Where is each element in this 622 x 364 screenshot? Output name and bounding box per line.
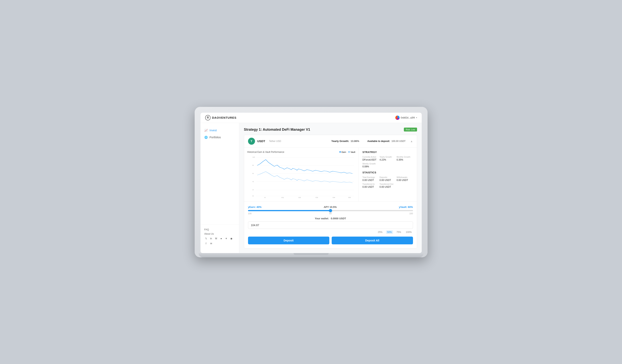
sidebar-nav: 📈 Invest 🌐 Portfolios — [200, 127, 239, 224]
telegram-icon[interactable]: ✈ — [225, 237, 228, 240]
strategy-title: Strategy 1: Automated DeFi Manager V1 — [244, 127, 310, 132]
twitter-icon[interactable]: 𝕏 — [204, 237, 208, 240]
performance-chart: 10 8 6 4 2 0 — [247, 156, 355, 198]
token-available: Available to deposit: 100.00 USDT — [367, 140, 406, 143]
sidebar-item-invest[interactable]: 📈 Invest — [200, 127, 239, 134]
sidebar-item-portfolios[interactable]: 🌐 Portfolios — [200, 134, 239, 141]
svg-text:0: 0 — [252, 195, 254, 197]
svg-text:2: 2 — [252, 189, 254, 190]
chevron-down-icon: ▾ — [416, 117, 417, 119]
slider-thumb[interactable] — [329, 209, 332, 212]
yearly-growth-value: 13.86% — [351, 140, 359, 143]
sidebar: 📈 Invest 🌐 Portfolios FAQ About Us 𝕏 in … — [200, 123, 239, 253]
available-value: 100.00 USDT — [391, 140, 406, 143]
wallet-icon — [395, 116, 400, 120]
email-icon[interactable]: ✉ — [209, 242, 213, 245]
allocation-row: yEarn: 40% APY 10.5% yVault: 60% — [248, 206, 413, 208]
chart-title: Historical Earn & Vault Performance — [247, 151, 284, 153]
stat-monthly-label: Monthly Growth: — [397, 156, 413, 158]
action-row: Deposit Deposit All — [248, 237, 413, 244]
svg-text:8: 8 — [252, 164, 254, 166]
svg-text:4: 4 — [252, 181, 254, 182]
risk-badge: Risk: Low — [404, 127, 417, 131]
svg-text:10: 10 — [252, 156, 255, 158]
wallet-value: 0.0000 USDT — [331, 217, 346, 220]
svg-text:02: 02 — [298, 197, 301, 198]
pct-50-btn[interactable]: 50% — [386, 230, 393, 234]
stat-weekly: Weekly Growth: 0.08% — [363, 163, 379, 168]
svg-text:05: 05 — [348, 197, 351, 198]
chart-wrapper: 10 8 6 4 2 0 — [247, 156, 355, 198]
pct-100-btn[interactable]: 100% — [405, 230, 413, 234]
stat-monthly: Monthly Growth: 0.35% — [397, 156, 413, 161]
stat-yearly-value: 4.22% — [380, 158, 396, 161]
vault-label: Vault — [350, 151, 355, 153]
token-header: T USDT Tether USD Yearly Growth: 13.86% … — [244, 135, 417, 147]
stat-weekly-value: 0.08% — [363, 165, 379, 168]
pct-75-btn[interactable]: 75% — [395, 230, 402, 234]
token-body: Historical Earn & Vault Performance Earn… — [244, 147, 417, 201]
stat-earnings: Total Earnings: 0.00 USDT — [363, 176, 379, 182]
slider-track — [248, 210, 413, 211]
token-growth: Yearly Growth: 13.86% — [331, 140, 359, 143]
stat-deposits: Deposits: 0.00 USDT — [380, 176, 396, 182]
sidebar-item-portfolios-label: Portfolios — [210, 136, 221, 139]
stat-active: Currently Active: DForceUSDT — [363, 156, 379, 161]
sidebar-item-invest-label: Invest — [210, 129, 217, 132]
topbar: DAOVENTURES 0xb82d...a3f4 ▾ — [200, 113, 422, 123]
medium-icon[interactable]: M — [214, 237, 218, 240]
discord-icon[interactable]: ◉ — [230, 237, 233, 240]
stat-transferred-out-label: Transferred Out: — [380, 183, 396, 185]
stat-yearly-label: Yearly Growth: — [380, 156, 396, 158]
stat-transferred-in: Transferred In: 0.00 USDT — [363, 183, 379, 188]
pct-25-btn[interactable]: 25% — [377, 230, 384, 234]
about-link[interactable]: About Us — [204, 233, 235, 235]
svg-text:6: 6 — [252, 172, 254, 174]
vault-dot — [348, 151, 350, 153]
stat-deposits-value: 0.00 USDT — [380, 179, 396, 182]
earn-dot — [339, 151, 341, 153]
statistics-panel-title: STAISTICS — [363, 171, 413, 174]
deposit-all-button[interactable]: Deposit All — [332, 237, 413, 244]
stat-active-label: Currently Active: — [363, 156, 379, 158]
stat-transferred-out: Transferred Out: 0.00 USDT — [380, 183, 396, 188]
strategy-stats-grid: Currently Active: DForceUSDT Yearly Grow… — [363, 156, 413, 168]
reddit-icon[interactable]: ● — [219, 237, 223, 240]
stat-weekly-label: Weekly Growth: — [363, 163, 379, 165]
app-title: DAOVENTURES — [212, 116, 236, 119]
faq-link[interactable]: FAQ — [204, 228, 235, 231]
yvault-label: yVault: 60% — [399, 206, 413, 208]
yearn-label: yEarn: 40% — [248, 206, 262, 208]
wallet-address: 0xb82d...a3f4 — [401, 116, 415, 119]
chart-header: Historical Earn & Vault Performance Earn… — [247, 151, 355, 153]
stat-deposits-label: Deposits: — [380, 176, 396, 178]
stat-monthly-value: 0.35% — [397, 158, 413, 161]
deposit-button[interactable]: Deposit — [248, 237, 329, 244]
amount-input[interactable] — [248, 221, 413, 229]
invest-icon: 📈 — [204, 129, 208, 132]
stat-earnings-value: 0.00 USDT — [363, 179, 379, 182]
facebook-icon[interactable]: f — [204, 242, 208, 245]
stats-section: STRATRGY Currently Active: DForceUSDT Ye… — [359, 147, 417, 201]
apy-label: APY 10.5% — [324, 206, 337, 208]
stat-transferred-in-value: 0.00 USDT — [363, 186, 379, 188]
svg-text:04: 04 — [332, 197, 335, 198]
stat-earnings-label: Total Earnings: — [363, 176, 379, 178]
wallet-badge[interactable]: 0xb82d...a3f4 ▾ — [395, 116, 417, 120]
chart-legend: Earn Vault — [339, 151, 355, 153]
slider-mid-label: 50 — [329, 212, 331, 215]
legend-earn: Earn — [339, 151, 346, 153]
wallet-row: Your wallet: 0.0000 USDT — [248, 217, 413, 220]
svg-text:0: 0 — [264, 197, 266, 198]
stat-transferred-in-label: Transferred In: — [363, 183, 379, 185]
token-card: T USDT Tether USD Yearly Growth: 13.86% … — [244, 135, 417, 248]
stat-active-value: DForceUSDT — [363, 158, 379, 161]
stat-withdrawals-value: 0.00 USDT — [397, 179, 413, 182]
portfolios-icon: 🌐 — [204, 136, 208, 139]
logo: DAOVENTURES — [205, 115, 236, 120]
linkedin-icon[interactable]: in — [209, 237, 213, 240]
token-symbol: USDT — [257, 139, 265, 143]
collapse-icon[interactable]: ▲ — [410, 140, 413, 143]
svg-text:03: 03 — [315, 197, 318, 198]
statistics-grid: Total Earnings: 0.00 USDT Deposits: 0.00… — [363, 176, 413, 188]
